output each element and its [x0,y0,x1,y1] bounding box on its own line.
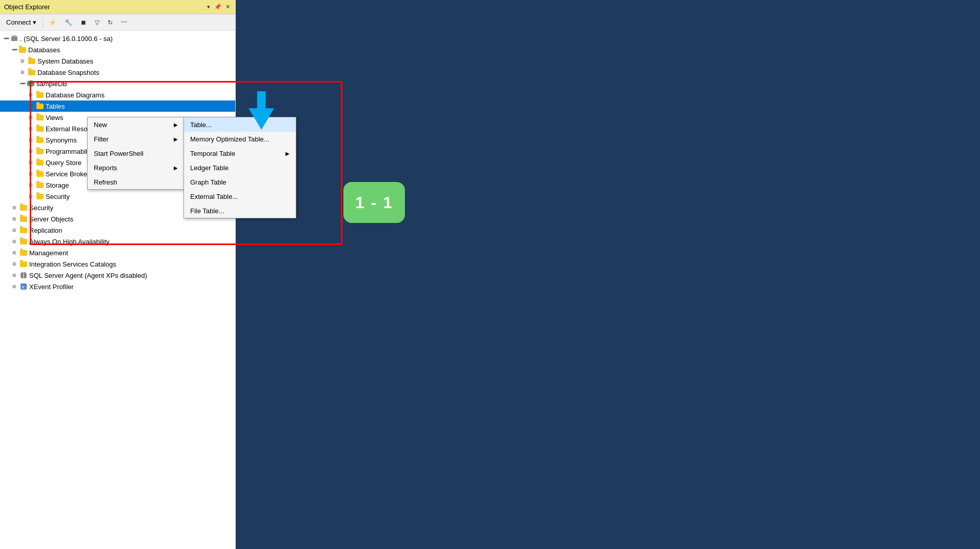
tree-replication[interactable]: ⊞ Replication [0,225,235,236]
views-label: Views [46,114,63,121]
context-menu-filter[interactable]: Filter ▶ [88,132,184,146]
tree-always-on[interactable]: ⊞ Always On High Availability [0,236,235,247]
tree-databases[interactable]: ➖ Databases [0,44,235,55]
svg-rect-1 [12,35,16,37]
titlebar-close-btn[interactable]: ✕ [224,4,231,10]
db-snapshots-label: Database Snapshots [37,69,99,76]
tree-tables[interactable]: ⊞ Tables [0,100,235,112]
submenu-graph[interactable]: Graph Table [184,175,296,189]
expand-root-icon: ➖ [2,34,10,43]
tree-xevent[interactable]: ⊞ X XEvent Profiler [0,281,235,292]
integration-services-label: Integration Services Catalogs [29,260,116,268]
tree-root[interactable]: ➖ . (SQL Server 16.0.1000.6 - sa) [0,33,235,44]
titlebar-dropdown-btn[interactable]: ▾ [206,4,211,10]
db-diagrams-label: Database Diagrams [46,91,105,99]
databases-folder-icon [18,46,27,54]
context-menu-refresh-label: Refresh [94,178,117,186]
expand-prog-icon: ⊞ [27,147,35,155]
storage-folder-icon [36,181,44,189]
tree-sql-agent[interactable]: ⊞ SQL Server Agent (Agent XPs disabled) [0,270,235,281]
stop-icon[interactable]: ⏹ [78,17,89,28]
tree-management[interactable]: ⊞ Management [0,247,235,258]
filter-icon[interactable]: ▽ [92,17,102,28]
context-menu: New ▶ Filter ▶ Start PowerShell Reports … [87,117,185,190]
snapshots-folder-icon [28,68,36,76]
expand-sb-icon: ⊞ [27,170,35,178]
security-folder-icon [19,204,28,212]
expand-security-db-icon: ⊞ [27,192,35,200]
tree-db-snapshots[interactable]: ⊞ Database Snapshots [0,67,235,78]
tables-label: Tables [46,103,65,110]
storage-label: Storage [46,181,69,189]
databases-label: Databases [28,46,60,54]
expand-storage-icon: ⊞ [27,181,35,189]
sb-folder-icon [36,170,44,178]
external-folder-icon [36,125,44,133]
expand-snapshots-icon: ⊞ [18,68,27,76]
filter-active-icon[interactable]: 🔧 [62,17,75,28]
always-on-folder-icon [19,237,28,246]
reports-submenu-arrow: ▶ [174,165,178,171]
qs-folder-icon [36,158,44,167]
toolbar-separator-1 [43,17,43,28]
expand-views-icon: ⊞ [27,113,35,121]
filter-submenu-arrow: ▶ [174,136,178,142]
context-menu-new[interactable]: New ▶ [88,117,184,132]
server-objects-label: Server Objects [29,215,73,223]
titlebar: Object Explorer ▾ 📌 ✕ [0,0,235,14]
submenu-external[interactable]: External Table... [184,189,296,204]
titlebar-pin-btn[interactable]: 📌 [213,4,222,10]
programmability-label: Programmability [46,148,94,155]
svg-text:X: X [22,284,25,290]
expand-system-db-icon: ⊞ [18,57,27,65]
submenu-temporal[interactable]: Temporal Table ▶ [184,146,296,160]
xevent-icon: X [19,282,28,291]
tree-root-label: . (SQL Server 16.0.1000.6 - sa) [20,35,113,43]
step-badge-label: 1 - 1 [355,193,393,212]
synonyms-folder-icon [36,136,44,144]
refresh-icon[interactable]: ↻ [105,17,115,28]
is-folder-icon [19,260,28,268]
expand-management-icon: ⊞ [10,249,18,257]
replication-folder-icon [19,226,28,234]
expand-synonyms-icon: ⊞ [27,136,35,144]
submenu-file[interactable]: File Table... [184,204,296,218]
management-label: Management [29,249,68,257]
tree-sampledb[interactable]: ➖ sampleDB [0,78,235,89]
activity-icon[interactable]: 〰 [118,17,130,28]
submenu-ledger-label: Ledger Table [190,164,229,172]
context-menu-refresh[interactable]: Refresh [88,175,184,189]
expand-qs-icon: ⊞ [27,158,35,167]
context-menu-powershell[interactable]: Start PowerShell [88,146,184,160]
always-on-label: Always On High Availability [29,238,110,246]
tree-db-diagrams[interactable]: ⊞ Database Diagrams [0,89,235,100]
replication-label: Replication [29,227,62,234]
tree-system-databases[interactable]: ⊞ System Databases [0,55,235,67]
submenu-temporal-label: Temporal Table [190,150,235,157]
expand-always-on-icon: ⊞ [10,237,18,246]
context-menu-reports-label: Reports [94,164,117,172]
svg-marker-9 [249,91,274,130]
expand-databases-icon: ➖ [10,46,18,54]
plug-icon[interactable]: ⚡ [46,17,59,28]
query-store-label: Query Store [46,159,81,167]
server-icon [10,34,18,43]
panel-title: Object Explorer [4,3,50,11]
connect-button[interactable]: Connect ▾ [3,17,39,27]
toolbar: Connect ▾ ⚡ 🔧 ⏹ ▽ ↻ 〰 [0,14,235,31]
expand-replication-icon: ⊞ [10,226,18,234]
connect-label: Connect ▾ [6,18,36,26]
expand-external-icon: ⊞ [27,125,35,133]
diagrams-folder-icon [36,91,44,99]
submenu-file-label: File Table... [190,207,224,215]
temporal-submenu-arrow: ▶ [285,151,290,156]
tree-integration-services[interactable]: ⊞ Integration Services Catalogs [0,258,235,270]
server-objects-folder-icon [19,215,28,223]
expand-sampledb-icon: ➖ [18,79,27,88]
submenu-ledger[interactable]: Ledger Table [184,160,296,175]
context-menu-reports[interactable]: Reports ▶ [88,160,184,175]
context-menu-new-label: New [94,121,107,129]
system-db-folder-icon [28,57,36,65]
expand-is-icon: ⊞ [10,260,18,268]
submenu-table-label: Table... [190,121,212,129]
